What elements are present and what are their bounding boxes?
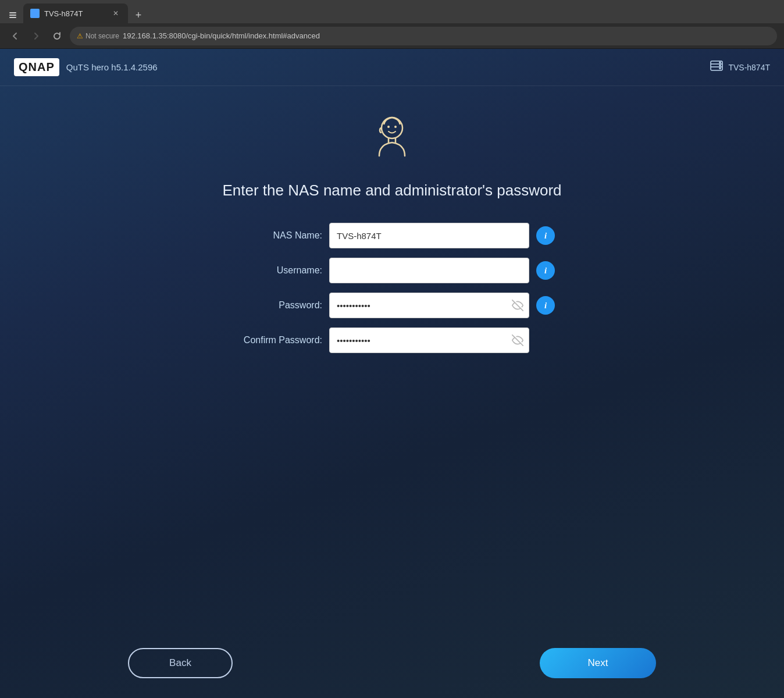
username-input-wrapper — [329, 258, 529, 283]
qnap-brand-text: QNAP — [19, 60, 55, 73]
next-button[interactable]: Next — [540, 648, 656, 678]
username-input[interactable] — [329, 258, 529, 283]
page-title: Enter the NAS name and administrator's p… — [222, 181, 561, 200]
tab-close-button[interactable]: ✕ — [111, 8, 121, 19]
forward-nav-button[interactable] — [28, 28, 44, 44]
username-label: Username: — [229, 265, 322, 276]
form-container: NAS Name: i Username: i Password: — [229, 223, 555, 353]
nas-device-icon — [710, 59, 724, 76]
not-secure-label: Not secure — [85, 32, 119, 40]
header-right: TVS-h874T — [710, 59, 770, 76]
password-input[interactable] — [329, 293, 529, 318]
qnap-subtitle: QuTS hero h5.1.4.2596 — [66, 62, 158, 72]
person-icon — [363, 109, 421, 168]
new-tab-button[interactable]: + — [130, 7, 147, 23]
app-header: QNAP QuTS hero h5.1.4.2596 TVS-h874T — [0, 49, 784, 86]
svg-point-10 — [387, 126, 390, 128]
not-secure-badge: ⚠ Not secure — [77, 32, 119, 40]
qnap-logo: QNAP QuTS hero h5.1.4.2596 — [14, 58, 158, 76]
nas-name-label: NAS Name: — [229, 230, 322, 241]
nas-name-input[interactable] — [329, 223, 529, 248]
nas-name-info-button[interactable]: i — [536, 226, 555, 245]
password-label: Password: — [229, 300, 322, 311]
browser-toolbar: ⚠ Not secure 192.168.1.35:8080/cgi-bin/q… — [0, 23, 784, 49]
svg-rect-0 — [9, 12, 16, 13]
tab-title: TVS-h874T — [44, 9, 106, 18]
person-icon-container — [363, 109, 421, 170]
svg-point-7 — [719, 65, 721, 66]
back-nav-button[interactable] — [7, 28, 23, 44]
confirm-password-row: Confirm Password: — [229, 327, 555, 353]
confirm-password-label: Confirm Password: — [229, 335, 322, 346]
browser-chrome: TVS-h874T ✕ + ⚠ Not secure — [0, 0, 784, 49]
svg-point-9 — [382, 117, 402, 138]
page-content: QNAP QuTS hero h5.1.4.2596 TVS-h874T — [0, 49, 784, 698]
reload-button[interactable] — [49, 28, 65, 44]
svg-rect-2 — [9, 17, 16, 18]
password-input-wrapper — [329, 293, 529, 318]
warning-icon: ⚠ — [77, 32, 83, 40]
svg-rect-1 — [9, 15, 16, 16]
username-row: Username: i — [229, 258, 555, 283]
svg-point-6 — [719, 62, 721, 63]
active-tab[interactable]: TVS-h874T ✕ — [23, 3, 128, 23]
svg-point-8 — [719, 68, 721, 69]
address-text: 192.168.1.35:8080/cgi-bin/quick/html/ind… — [123, 31, 770, 40]
qnap-logo-box: QNAP — [14, 58, 59, 76]
svg-point-11 — [394, 126, 397, 128]
browser-tabbar: TVS-h874T ✕ + — [0, 0, 784, 23]
password-toggle-icon[interactable] — [512, 300, 523, 311]
tab-favicon — [30, 9, 40, 18]
nas-name-row: NAS Name: i — [229, 223, 555, 248]
device-name-text: TVS-h874T — [728, 63, 770, 72]
address-bar[interactable]: ⚠ Not secure 192.168.1.35:8080/cgi-bin/q… — [70, 27, 777, 45]
bottom-bar: Back Next — [0, 628, 784, 698]
confirm-password-input-wrapper — [329, 327, 529, 353]
username-info-button[interactable]: i — [536, 261, 555, 280]
confirm-password-toggle-icon[interactable] — [512, 334, 523, 346]
tab-list-button[interactable] — [5, 7, 21, 23]
confirm-password-input[interactable] — [329, 327, 529, 353]
nas-name-input-wrapper — [329, 223, 529, 248]
main-area: Enter the NAS name and administrator's p… — [0, 86, 784, 698]
password-info-button[interactable]: i — [536, 296, 555, 315]
back-button[interactable]: Back — [128, 648, 233, 678]
password-row: Password: i — [229, 293, 555, 318]
